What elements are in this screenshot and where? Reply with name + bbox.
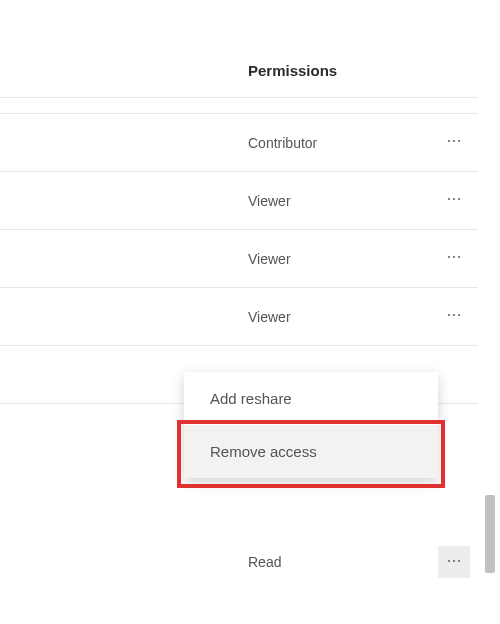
permission-row: Contributor <box>0 113 478 171</box>
permission-label: Viewer <box>248 193 438 209</box>
menu-item-label: Remove access <box>210 443 317 460</box>
permission-row: Viewer <box>0 229 478 287</box>
permissions-header: Permissions <box>0 0 478 97</box>
svg-point-7 <box>453 256 455 258</box>
svg-point-3 <box>448 198 450 200</box>
permission-label: Viewer <box>248 251 438 267</box>
more-icon <box>446 249 462 268</box>
column-header-permissions: Permissions <box>248 62 337 79</box>
menu-item-add-reshare[interactable]: Add reshare <box>184 372 438 425</box>
svg-point-4 <box>453 198 455 200</box>
scrollbar-thumb[interactable] <box>485 495 495 573</box>
menu-item-label: Add reshare <box>210 390 292 407</box>
more-options-button[interactable] <box>438 185 470 217</box>
more-icon <box>446 553 462 572</box>
svg-point-12 <box>448 560 450 562</box>
menu-item-remove-access[interactable]: Remove access <box>184 425 438 478</box>
svg-point-13 <box>453 560 455 562</box>
svg-point-6 <box>448 256 450 258</box>
permission-row <box>0 97 478 113</box>
permission-label: Read <box>248 554 438 570</box>
more-options-button[interactable] <box>438 243 470 275</box>
svg-point-0 <box>448 140 450 142</box>
permissions-panel: Permissions Contributor Viewer Viewer Vi… <box>0 0 478 591</box>
svg-point-8 <box>458 256 460 258</box>
more-icon <box>446 191 462 210</box>
svg-point-9 <box>448 314 450 316</box>
permission-row: Viewer <box>0 287 478 345</box>
more-options-button[interactable] <box>438 127 470 159</box>
permission-row: Viewer <box>0 171 478 229</box>
svg-point-5 <box>458 198 460 200</box>
more-options-button[interactable] <box>438 301 470 333</box>
svg-point-14 <box>458 560 460 562</box>
svg-point-1 <box>453 140 455 142</box>
permission-label: Contributor <box>248 135 438 151</box>
more-options-button[interactable] <box>438 546 470 578</box>
permission-label: Viewer <box>248 309 438 325</box>
more-icon <box>446 133 462 152</box>
svg-point-10 <box>453 314 455 316</box>
more-icon <box>446 307 462 326</box>
context-menu: Add reshare Remove access <box>184 372 438 478</box>
permission-row: Read <box>0 533 478 591</box>
svg-point-2 <box>458 140 460 142</box>
svg-point-11 <box>458 314 460 316</box>
